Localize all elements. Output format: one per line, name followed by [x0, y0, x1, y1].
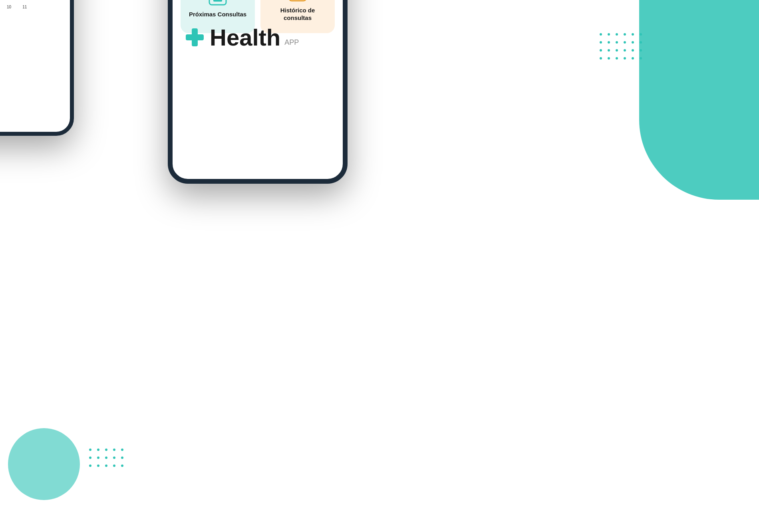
dots-bottom-left: [88, 447, 125, 468]
middle-body: Marque sua consulta: Modalidade da consu…: [0, 0, 70, 18]
svg-rect-13: [289, 0, 306, 1]
phone-middle: 9:41 📶 🔋: [0, 0, 74, 136]
card2-label: Histórico de consultas: [267, 6, 328, 22]
calendar-orange-icon: [288, 0, 308, 2]
dots-top-right: [598, 32, 643, 61]
card1-label: Próximas Consultas: [189, 10, 246, 18]
calendar-teal-icon: [208, 0, 228, 6]
header-sub: APP: [284, 38, 299, 47]
header-cross-icon: [184, 26, 206, 48]
bg-shape-top-right: [639, 0, 759, 200]
cal-day-11[interactable]: 11: [17, 3, 32, 13]
bg-shape-bottom-left: [8, 428, 80, 500]
cal-day-9[interactable]: 9: [0, 3, 1, 13]
cal-day-10[interactable]: 10: [2, 3, 16, 13]
svg-rect-12: [213, 0, 222, 2]
page-header: Health APP: [184, 24, 299, 51]
app-title-overlay: Health APP: [386, 91, 510, 118]
calendar-grid: T Q Q S S 1 2 3 4 7 8: [0, 0, 64, 13]
cal-day-4[interactable]: 4: [2, 0, 16, 2]
cal-day-3[interactable]: 3: [0, 0, 1, 2]
header-title: Health: [210, 24, 280, 51]
calendar: Setembro 2020 ↑ ↓ T Q Q S S 1: [0, 0, 64, 13]
svg-rect-1: [186, 34, 204, 40]
